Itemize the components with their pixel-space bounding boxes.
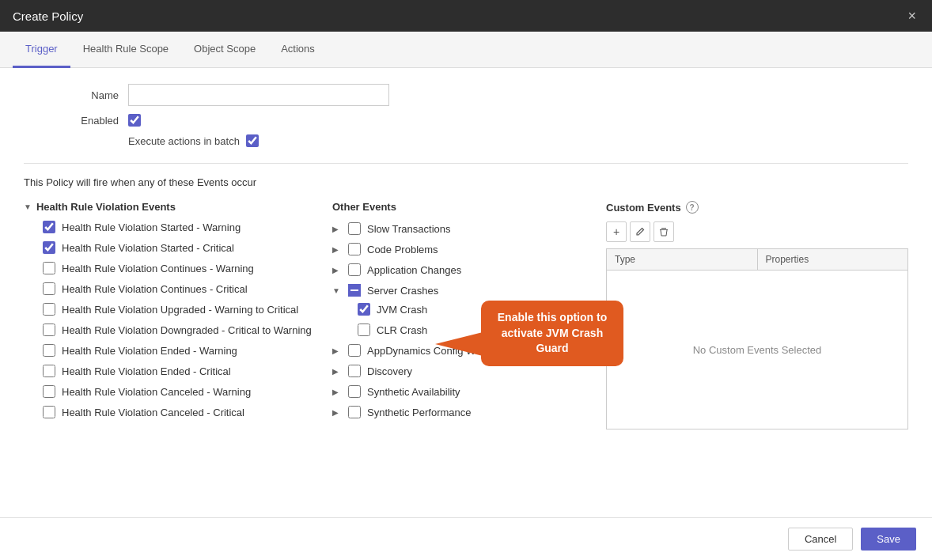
- list-item: Health Rule Violation Canceled - Warning: [43, 384, 332, 399]
- hrv-ended-warning-label: Health Rule Violation Ended - Warning: [62, 345, 237, 357]
- hrv-started-critical-label: Health Rule Violation Started - Critical: [62, 242, 234, 254]
- divider: [24, 163, 908, 164]
- custom-events-label: Custom Events: [606, 202, 681, 214]
- clr-crash-label: CLR Crash: [377, 324, 427, 336]
- svg-rect-0: [660, 229, 668, 230]
- health-rule-section-header[interactable]: ▼ Health Rule Violation Events: [24, 201, 332, 213]
- appdynamics-config-expand[interactable]: ▶: [332, 346, 342, 355]
- server-crashes-expand[interactable]: ▼: [332, 286, 342, 295]
- hrv-canceled-critical-cb[interactable]: [43, 406, 55, 418]
- code-problems-expand[interactable]: ▶: [332, 245, 342, 254]
- create-policy-modal: Create Policy × Trigger Health Rule Scop…: [0, 0, 932, 560]
- list-item: Health Rule Violation Continues - Warnin…: [43, 260, 332, 276]
- tab-object-scope[interactable]: Object Scope: [181, 32, 268, 68]
- slow-transactions-cb[interactable]: [348, 222, 361, 235]
- discovery-expand[interactable]: ▶: [332, 367, 342, 376]
- discovery-cb[interactable]: [348, 365, 361, 377]
- synthetic-avail-label: Synthetic Availability: [367, 386, 460, 398]
- execute-batch-row: Execute actions in batch: [24, 134, 908, 147]
- modal-title: Create Policy: [13, 9, 83, 23]
- custom-table-header: Type Properties: [607, 249, 907, 271]
- health-rule-column: ▼ Health Rule Violation Events Health Ru…: [24, 201, 332, 429]
- name-label: Name: [24, 89, 119, 101]
- custom-events-toolbar: +: [606, 221, 908, 242]
- policy-description: This Policy will fire when any of these …: [24, 176, 908, 188]
- edit-icon: [635, 227, 645, 236]
- health-rule-chevron: ▼: [24, 202, 32, 211]
- svg-marker-2: [435, 332, 483, 356]
- hrv-downgraded-label: Health Rule Violation Downgraded - Criti…: [62, 324, 312, 336]
- tooltip-arrow-svg: [435, 332, 483, 356]
- hrv-canceled-warning-cb[interactable]: [43, 385, 55, 398]
- tab-bar: Trigger Health Rule Scope Object Scope A…: [0, 32, 932, 68]
- slow-transactions-expand[interactable]: ▶: [332, 225, 342, 233]
- hrv-started-warning-label: Health Rule Violation Started - Warning: [62, 221, 241, 233]
- save-button[interactable]: Save: [861, 528, 916, 551]
- hrv-continues-critical-label: Health Rule Violation Continues - Critic…: [62, 283, 248, 295]
- hrv-continues-warning-label: Health Rule Violation Continues - Warnin…: [62, 263, 254, 274]
- other-events-label: Other Events: [332, 201, 396, 213]
- list-item: Health Rule Violation Ended - Critical: [43, 363, 332, 379]
- discovery-label: Discovery: [367, 365, 412, 377]
- hrv-canceled-critical-label: Health Rule Violation Canceled - Critica…: [62, 407, 244, 418]
- appdynamics-config-cb[interactable]: [348, 344, 361, 357]
- tab-content: Name Enabled Execute actions in batch Th…: [0, 68, 932, 517]
- list-item: Health Rule Violation Upgraded - Warning…: [43, 301, 332, 317]
- synthetic-avail-expand[interactable]: ▶: [332, 388, 342, 396]
- server-crashes-cb[interactable]: [348, 284, 361, 297]
- type-column-header: Type: [607, 249, 758, 270]
- help-icon[interactable]: ?: [686, 201, 699, 214]
- edit-custom-event-button[interactable]: [630, 221, 650, 242]
- list-item: ▶ Synthetic Performance: [332, 404, 593, 420]
- tab-health-rule-scope[interactable]: Health Rule Scope: [70, 32, 181, 68]
- list-item: ▶ Application Changes: [332, 262, 593, 278]
- events-container: ▼ Health Rule Violation Events Health Ru…: [24, 201, 908, 429]
- health-rule-items: Health Rule Violation Started - Warning …: [43, 219, 332, 420]
- hrv-continues-critical-cb[interactable]: [43, 282, 55, 295]
- name-input[interactable]: [128, 84, 389, 106]
- tab-actions[interactable]: Actions: [268, 32, 328, 68]
- enabled-label: Enabled: [24, 115, 119, 127]
- modal-header: Create Policy ×: [0, 0, 932, 32]
- list-item: Health Rule Violation Canceled - Critica…: [43, 404, 332, 420]
- synthetic-perf-expand[interactable]: ▶: [332, 408, 342, 417]
- app-changes-cb[interactable]: [348, 263, 361, 276]
- health-rule-section-label: Health Rule Violation Events: [36, 201, 176, 213]
- hrv-ended-critical-label: Health Rule Violation Ended - Critical: [62, 365, 231, 377]
- synthetic-perf-cb[interactable]: [348, 406, 361, 418]
- enabled-checkbox[interactable]: [128, 114, 141, 127]
- close-button[interactable]: ×: [904, 5, 919, 28]
- modal-footer: Cancel Save: [0, 517, 932, 560]
- hrv-started-warning-cb[interactable]: [43, 221, 55, 233]
- list-item: Health Rule Violation Started - Warning: [43, 219, 332, 235]
- hrv-canceled-warning-label: Health Rule Violation Canceled - Warning: [62, 386, 251, 398]
- clr-crash-cb[interactable]: [358, 324, 370, 336]
- code-problems-cb[interactable]: [348, 243, 361, 255]
- hrv-started-critical-cb[interactable]: [43, 241, 55, 254]
- svg-rect-1: [661, 228, 666, 229]
- list-item: ▶ Code Problems: [332, 241, 593, 257]
- custom-events-column: Custom Events ? + Type Properties: [593, 201, 908, 429]
- enabled-checkbox-wrap: [128, 114, 141, 127]
- list-item: Health Rule Violation Downgraded - Criti…: [43, 322, 332, 338]
- execute-batch-checkbox[interactable]: [246, 134, 259, 147]
- hrv-continues-warning-cb[interactable]: [43, 262, 55, 274]
- list-item: ▶ Slow Transactions: [332, 221, 593, 236]
- hrv-downgraded-cb[interactable]: [43, 324, 55, 336]
- hrv-ended-critical-cb[interactable]: [43, 365, 55, 377]
- execute-batch-text: Execute actions in batch: [128, 135, 240, 147]
- delete-custom-event-button[interactable]: [654, 221, 674, 242]
- add-custom-event-button[interactable]: +: [606, 221, 627, 242]
- tab-trigger[interactable]: Trigger: [13, 32, 70, 68]
- app-changes-expand[interactable]: ▶: [332, 266, 342, 274]
- slow-transactions-label: Slow Transactions: [367, 223, 451, 235]
- cancel-button[interactable]: Cancel: [788, 528, 853, 551]
- code-problems-label: Code Problems: [367, 244, 438, 255]
- delete-icon: [659, 227, 669, 236]
- hrv-ended-warning-cb[interactable]: [43, 344, 55, 357]
- jvm-crash-cb[interactable]: [358, 303, 370, 316]
- enabled-row: Enabled: [24, 114, 908, 127]
- synthetic-avail-cb[interactable]: [348, 385, 361, 398]
- app-changes-label: Application Changes: [367, 264, 461, 276]
- hrv-upgraded-cb[interactable]: [43, 303, 55, 316]
